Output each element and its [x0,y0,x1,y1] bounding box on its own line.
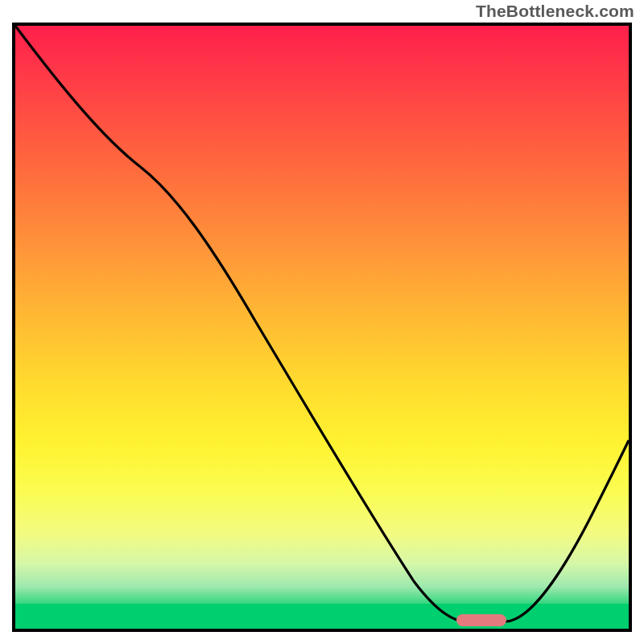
chart-background-gradient [15,26,629,604]
chart-frame [12,23,632,632]
watermark-text: TheBottleneck.com [476,2,634,21]
optimal-range-marker [456,614,506,626]
